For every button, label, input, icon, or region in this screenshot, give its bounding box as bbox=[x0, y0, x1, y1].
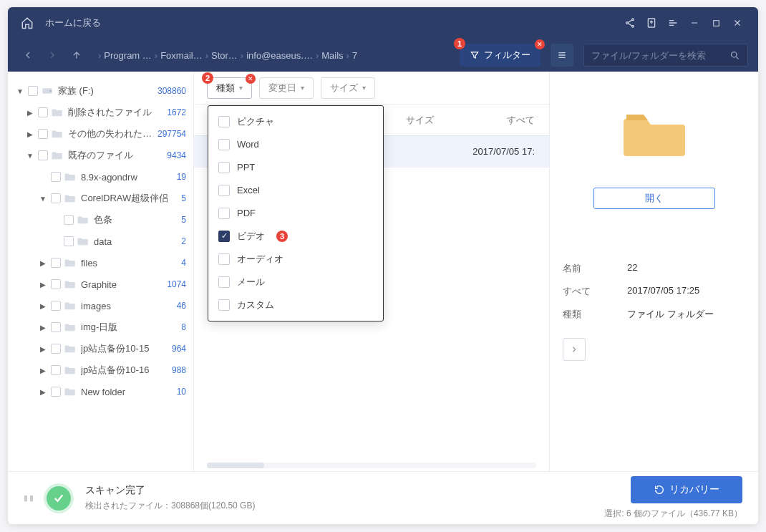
filter-size[interactable]: サイズ▾ bbox=[321, 77, 375, 99]
tree-label: 色条 bbox=[94, 213, 178, 226]
tree-checkbox[interactable] bbox=[51, 258, 61, 268]
open-button[interactable]: 開く bbox=[593, 188, 715, 209]
next-button[interactable] bbox=[563, 338, 586, 361]
tree-caret-icon[interactable]: ▶ bbox=[38, 281, 48, 289]
tree-item[interactable]: ▶images46 bbox=[12, 295, 189, 316]
tree-item[interactable]: 8.9x-agondrw19 bbox=[12, 166, 189, 188]
filter-date[interactable]: 変更日▾ bbox=[259, 77, 314, 99]
col-size[interactable]: サイズ bbox=[406, 114, 470, 127]
share-icon[interactable] bbox=[619, 12, 641, 34]
dropdown-checkbox[interactable] bbox=[218, 299, 230, 311]
crumb[interactable]: Stor… bbox=[211, 50, 238, 61]
tree-caret-icon[interactable]: ▶ bbox=[38, 388, 48, 396]
tree-item[interactable]: ▶Graphite1074 bbox=[12, 274, 189, 295]
minimize-button[interactable] bbox=[684, 12, 705, 34]
recover-button[interactable]: リカバリー bbox=[631, 476, 742, 503]
tree-caret-icon[interactable]: ▶ bbox=[25, 109, 35, 117]
tree-checkbox[interactable] bbox=[64, 215, 74, 225]
tree-caret-icon[interactable]: ▶ bbox=[25, 130, 35, 138]
dropdown-item[interactable]: Word bbox=[208, 133, 383, 156]
tree-caret-icon[interactable]: ▶ bbox=[38, 367, 48, 374]
dropdown-checkbox[interactable] bbox=[218, 139, 230, 150]
dropdown-item[interactable]: ビデオ3 bbox=[208, 225, 383, 248]
settings-icon[interactable] bbox=[662, 12, 684, 34]
dropdown-checkbox[interactable] bbox=[218, 253, 230, 265]
dropdown-item[interactable]: Excel bbox=[208, 179, 383, 202]
dropdown-checkbox[interactable] bbox=[218, 276, 230, 288]
search-input[interactable] bbox=[591, 50, 729, 61]
tree-caret-icon[interactable]: ▼ bbox=[15, 87, 25, 95]
tree-checkbox[interactable] bbox=[38, 129, 48, 139]
close-button[interactable] bbox=[727, 12, 748, 34]
main-panel: 2 ✕ 種類▾ ピクチャWordPPTExcelPDFビデオ3オーディオメールカ… bbox=[194, 72, 549, 471]
tree-item[interactable]: ▶その他の失われたフ…297754 bbox=[12, 123, 189, 145]
tree-caret-icon[interactable]: ▼ bbox=[25, 152, 35, 160]
tree-checkbox[interactable] bbox=[51, 279, 61, 289]
crumb[interactable]: Mails bbox=[321, 50, 343, 61]
filter-type[interactable]: 2 ✕ 種類▾ ピクチャWordPPTExcelPDFビデオ3オーディオメールカ… bbox=[207, 77, 252, 99]
home-button[interactable] bbox=[18, 14, 37, 32]
tree-checkbox[interactable] bbox=[51, 172, 61, 182]
tree-item[interactable]: data2 bbox=[12, 231, 189, 252]
tree-item[interactable]: ▶削除されたファイル1672 bbox=[12, 102, 189, 123]
tree-item[interactable]: ▼既存のファイル9434 bbox=[12, 145, 189, 166]
tree-checkbox[interactable] bbox=[51, 301, 61, 311]
detail-row: すべて2017/07/05 17:25 bbox=[563, 285, 745, 298]
home-label[interactable]: ホームに戻る bbox=[45, 16, 101, 29]
dropdown-item[interactable]: PPT bbox=[208, 156, 383, 179]
sidebar: ▼家族 (F:)308860▶削除されたファイル1672▶その他の失われたフ…2… bbox=[8, 72, 194, 471]
crumb[interactable]: Foxmail… bbox=[160, 50, 203, 61]
tree-checkbox[interactable] bbox=[38, 107, 48, 117]
filter-type-clear-icon[interactable]: ✕ bbox=[246, 74, 256, 84]
search-icon[interactable] bbox=[729, 50, 740, 61]
maximize-button[interactable] bbox=[705, 12, 727, 34]
tree-item[interactable]: ▶jp站点备份10-15964 bbox=[12, 338, 189, 359]
tree-checkbox[interactable] bbox=[64, 236, 74, 246]
tree-checkbox[interactable] bbox=[28, 86, 38, 96]
tree-caret-icon[interactable]: ▶ bbox=[38, 302, 48, 310]
dropdown-checkbox[interactable] bbox=[218, 208, 230, 219]
dropdown-checkbox[interactable] bbox=[218, 231, 230, 242]
tree-item[interactable]: ▶files4 bbox=[12, 252, 189, 274]
dropdown-checkbox[interactable] bbox=[218, 185, 230, 196]
dropdown-checkbox[interactable] bbox=[218, 162, 230, 173]
forward-button[interactable] bbox=[42, 45, 62, 65]
dropdown-checkbox[interactable] bbox=[218, 116, 230, 127]
tree-caret-icon[interactable]: ▶ bbox=[38, 259, 48, 267]
tree-item[interactable]: ▶img-日版8 bbox=[12, 316, 189, 338]
tree-checkbox[interactable] bbox=[51, 322, 61, 332]
dropdown-item[interactable]: PDF bbox=[208, 202, 383, 225]
view-menu-button[interactable] bbox=[551, 44, 573, 67]
folder-icon bbox=[64, 170, 77, 183]
tree-checkbox[interactable] bbox=[51, 387, 61, 397]
up-button[interactable] bbox=[67, 45, 87, 65]
dropdown-item[interactable]: オーディオ bbox=[208, 248, 383, 271]
scrollbar-horizontal[interactable] bbox=[207, 463, 536, 468]
export-icon[interactable] bbox=[641, 12, 662, 34]
tree-item[interactable]: ▶New folder10 bbox=[12, 381, 189, 402]
tree-checkbox[interactable] bbox=[51, 344, 61, 354]
chevron-down-icon: ▾ bbox=[362, 84, 366, 92]
dropdown-item[interactable]: カスタム bbox=[208, 294, 383, 316]
crumb[interactable]: 7 bbox=[352, 50, 357, 61]
tree-item[interactable]: ▼CorelDRAW超级伴侣5 bbox=[12, 188, 189, 209]
dropdown-item[interactable]: メール bbox=[208, 271, 383, 294]
tree-checkbox[interactable] bbox=[38, 150, 48, 160]
pause-icon[interactable]: ▮▮ bbox=[24, 493, 35, 503]
tree-item[interactable]: 色条5 bbox=[12, 209, 189, 231]
crumb[interactable]: info@easeus.… bbox=[246, 50, 313, 61]
tree-caret-icon[interactable]: ▶ bbox=[38, 324, 48, 332]
tree-caret-icon[interactable]: ▼ bbox=[38, 195, 48, 203]
tree-item[interactable]: ▼家族 (F:)308860 bbox=[12, 80, 189, 102]
search-box[interactable] bbox=[583, 44, 748, 67]
filter-button[interactable]: 1 ✕ フィルター bbox=[460, 44, 540, 67]
col-date[interactable]: すべて bbox=[470, 114, 549, 127]
dropdown-item[interactable]: ピクチャ bbox=[208, 110, 383, 133]
filter-clear-icon[interactable]: ✕ bbox=[535, 39, 545, 49]
crumb[interactable]: Program … bbox=[104, 50, 151, 61]
tree-checkbox[interactable] bbox=[51, 193, 61, 203]
tree-checkbox[interactable] bbox=[51, 365, 61, 375]
tree-caret-icon[interactable]: ▶ bbox=[38, 345, 48, 353]
tree-item[interactable]: ▶jp站点备份10-16988 bbox=[12, 359, 189, 381]
back-button[interactable] bbox=[18, 45, 38, 65]
